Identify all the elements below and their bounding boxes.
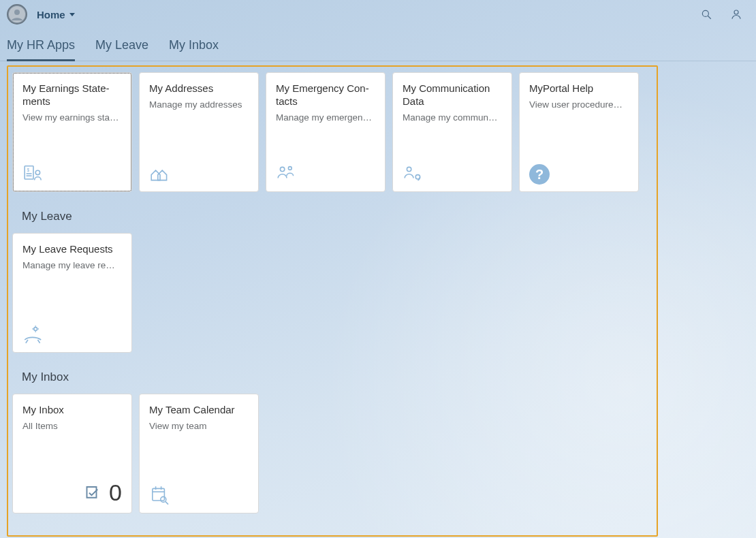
houses-icon [149,163,249,185]
svg-point-10 [280,167,284,171]
sun-lounger-icon [22,323,122,345]
tile-earnings-statements[interactable]: My Earnings State-ments View my earnings… [12,72,132,192]
receipt-user-icon: $ [22,163,122,185]
tile-subtitle: View my earnings sta… [22,112,122,123]
search-icon[interactable] [700,8,712,20]
tile-title: My Communication Data [403,82,502,108]
tile-title: MyPortal Help [529,82,629,95]
inbox-count: 0 [109,479,122,506]
calendar-search-icon [149,484,249,506]
svg-line-3 [708,16,711,19]
home-label: Home [37,9,65,20]
tile-subtitle: View my team [149,421,249,431]
app-logo [7,4,27,25]
group-title-inbox: My Inbox [22,370,651,384]
tile-title: My Emergency Con-tacts [276,82,375,108]
tile-title: My Addresses [149,82,249,95]
tile-team-calendar[interactable]: My Team Calendar View my team [139,394,259,513]
people-icon [276,163,375,185]
tile-emergency-contacts[interactable]: My Emergency Con-tacts Manage my emergen… [266,72,385,192]
tile-communication-data[interactable]: My Communication Data Manage my commun… [392,72,512,192]
chevron-down-icon [69,13,75,16]
tile-subtitle: Manage my addresses [149,99,249,110]
tab-bar: My HR Apps My Leave My Inbox [0,29,756,61]
svg-point-25 [161,496,166,502]
tile-my-inbox[interactable]: My Inbox All Items 0 [12,394,132,513]
highlighted-tile-groups: My Earnings State-ments View my earnings… [7,65,658,537]
user-icon[interactable] [730,8,742,20]
svg-line-26 [166,502,168,505]
tile-subtitle: View user procedure… [529,99,629,110]
svg-line-19 [26,340,28,343]
shell-header: Home [0,0,756,29]
home-dropdown[interactable]: Home [37,9,75,20]
tile-title: My Inbox [22,404,122,417]
svg-point-9 [35,170,40,174]
tile-leave-requests[interactable]: My Leave Requests Manage my leave re… [12,233,132,353]
tile-title: My Earnings State-ments [22,82,122,108]
tab-my-hr-apps[interactable]: My HR Apps [7,31,75,61]
help-icon: ? [529,164,629,185]
person-at-icon [403,163,502,185]
svg-point-2 [702,10,708,16]
svg-point-4 [734,10,738,14]
tab-my-inbox[interactable]: My Inbox [169,31,219,61]
tile-addresses[interactable]: My Addresses Manage my addresses [139,72,259,192]
svg-point-12 [407,167,411,171]
svg-point-11 [288,167,292,170]
tile-myportal-help[interactable]: MyPortal Help View user procedure… ? [519,72,639,192]
check-approve-icon [84,482,104,504]
tile-subtitle: All Items [22,421,122,431]
tile-subtitle: Manage my emergen… [276,112,375,123]
svg-text:$: $ [27,168,29,172]
svg-rect-21 [153,488,165,501]
tile-title: My Leave Requests [22,243,122,256]
svg-point-1 [14,10,20,15]
tab-my-leave[interactable]: My Leave [95,31,148,61]
svg-line-20 [37,340,40,343]
tile-subtitle: Manage my commun… [403,112,502,123]
tile-subtitle: Manage my leave re… [22,260,122,270]
group-title-leave: My Leave [22,210,651,223]
svg-point-14 [34,328,37,331]
tile-title: My Team Calendar [149,404,249,417]
